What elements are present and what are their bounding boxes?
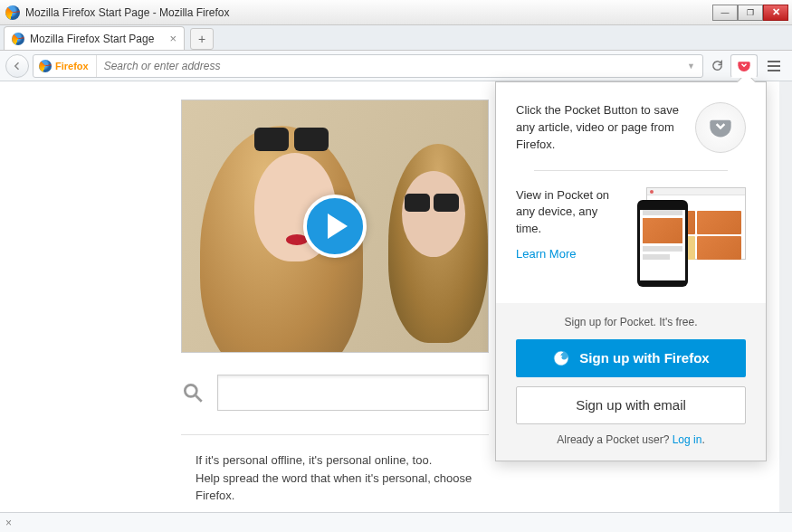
- promo-line: If it's personal offline, it's personal …: [196, 451, 474, 470]
- firefox-icon: [12, 33, 24, 45]
- nav-toolbar: Firefox ▼: [0, 51, 792, 81]
- signup-firefox-button[interactable]: Sign up with Firefox: [516, 339, 746, 377]
- search-row: [181, 375, 489, 411]
- dropdown-icon[interactable]: ▼: [683, 62, 699, 71]
- search-icon: [181, 381, 205, 404]
- new-tab-button[interactable]: +: [190, 28, 214, 50]
- url-bar[interactable]: Firefox ▼: [33, 54, 703, 78]
- minimize-button[interactable]: —: [712, 5, 738, 21]
- promo-line: Help spread the word that when it's pers…: [196, 470, 474, 505]
- addon-bar: ×: [0, 512, 792, 532]
- firefox-icon: [5, 5, 20, 20]
- back-button[interactable]: [5, 54, 29, 78]
- close-addon-bar-icon[interactable]: ×: [5, 517, 12, 529]
- promo-text: If it's personal offline, it's personal …: [181, 434, 489, 505]
- signup-email-button[interactable]: Sign up with email: [516, 386, 746, 424]
- promo-video-thumbnail[interactable]: [181, 100, 489, 353]
- window-titlebar: Mozilla Firefox Start Page - Mozilla Fir…: [0, 0, 792, 25]
- arrow-left-icon: [12, 61, 23, 71]
- menu-icon: [768, 65, 780, 67]
- tab-start-page[interactable]: Mozilla Firefox Start Page ×: [4, 26, 185, 50]
- firefox-icon: [39, 60, 52, 72]
- pocket-signup-popup: Click the Pocket Button to save any arti…: [495, 81, 767, 461]
- address-input[interactable]: [97, 60, 683, 72]
- tab-strip: Mozilla Firefox Start Page × +: [0, 25, 792, 51]
- pocket-badge-icon: [695, 102, 746, 153]
- pocket-view-text: View in Pocket on any device, any time.: [516, 187, 626, 239]
- firefox-icon: [552, 349, 570, 367]
- window-title: Mozilla Firefox Start Page - Mozilla Fir…: [25, 6, 712, 19]
- learn-more-link[interactable]: Learn More: [516, 247, 576, 261]
- svg-point-0: [185, 385, 196, 396]
- pocket-preview-image: My List: [637, 187, 746, 287]
- tab-label: Mozilla Firefox Start Page: [30, 33, 169, 45]
- divider: [534, 170, 728, 171]
- button-label: Sign up with email: [576, 397, 686, 413]
- identity-label: Firefox: [55, 61, 89, 71]
- pocket-signup-section: Sign up for Pocket. It's free. Sign up w…: [496, 303, 766, 461]
- signup-free-text: Sign up for Pocket. It's free.: [516, 316, 746, 328]
- reload-button[interactable]: [707, 56, 727, 76]
- close-window-button[interactable]: ✕: [763, 5, 788, 21]
- identity-box[interactable]: Firefox: [37, 55, 97, 77]
- reload-icon: [711, 59, 724, 72]
- button-label: Sign up with Firefox: [579, 350, 709, 366]
- pocket-icon: [737, 59, 751, 73]
- close-tab-icon[interactable]: ×: [169, 32, 177, 45]
- search-input[interactable]: [217, 375, 489, 411]
- svg-line-1: [196, 395, 202, 402]
- pocket-toolbar-button[interactable]: [730, 54, 758, 78]
- login-link[interactable]: Log in: [673, 433, 702, 446]
- already-user-text: Already a Pocket user? Log in.: [516, 433, 746, 446]
- video-still-person: [388, 144, 489, 352]
- hamburger-menu-button[interactable]: [761, 54, 787, 78]
- maximize-button[interactable]: ❐: [738, 5, 763, 21]
- play-button[interactable]: [303, 195, 367, 258]
- pocket-intro-text: Click the Pocket Button to save any arti…: [516, 102, 682, 154]
